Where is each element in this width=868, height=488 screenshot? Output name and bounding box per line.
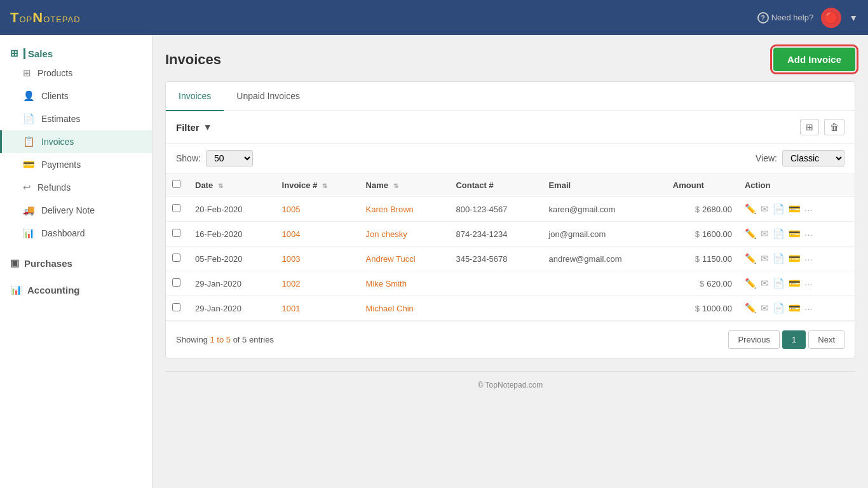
delivery-icon: 🚚 bbox=[23, 205, 35, 216]
row-invoice-num[interactable]: 1001 bbox=[276, 296, 360, 321]
row-invoice-num[interactable]: 1002 bbox=[276, 271, 360, 296]
edit-icon[interactable]: ✏️ bbox=[745, 253, 757, 264]
dollar-sign: $ bbox=[695, 304, 700, 313]
row-checkbox[interactable] bbox=[172, 303, 180, 311]
payment-icon[interactable]: 💳 bbox=[789, 302, 801, 314]
filter-actions: ⊞ 🗑 bbox=[800, 119, 844, 135]
view-select[interactable]: Classic Modern bbox=[782, 150, 844, 166]
row-actions: ✏️ ✉ 📄 💳 ··· bbox=[738, 247, 855, 271]
sidebar-item-delivery-note[interactable]: 🚚 Delivery Note bbox=[0, 199, 152, 222]
pdf-icon[interactable]: 📄 bbox=[773, 203, 785, 215]
sidebar-item-label: Payments bbox=[41, 159, 81, 170]
col-contact[interactable]: Contact # bbox=[449, 173, 542, 197]
col-amount[interactable]: Amount bbox=[667, 173, 738, 197]
view-control: View: Classic Modern bbox=[756, 150, 844, 166]
payment-icon[interactable]: 💳 bbox=[789, 228, 801, 240]
show-control: Show: 10 25 50 100 bbox=[176, 150, 253, 166]
accounting-group[interactable]: 📊 Accounting bbox=[0, 276, 152, 303]
sidebar-item-label: Refunds bbox=[37, 182, 71, 193]
email-icon[interactable]: ✉ bbox=[761, 253, 769, 264]
row-checkbox[interactable] bbox=[172, 254, 180, 262]
row-name[interactable]: Mike Smith bbox=[360, 271, 450, 296]
sidebar-item-label: Invoices bbox=[41, 137, 74, 147]
select-all-col bbox=[166, 173, 189, 197]
row-checkbox[interactable] bbox=[172, 204, 180, 212]
row-invoice-num[interactable]: 1003 bbox=[276, 247, 360, 271]
row-checkbox-cell bbox=[166, 296, 189, 321]
select-all-checkbox[interactable] bbox=[172, 180, 180, 188]
row-checkbox[interactable] bbox=[172, 278, 180, 287]
date-sort-icon: ⇅ bbox=[218, 182, 223, 189]
sidebar-item-payments[interactable]: 💳 Payments bbox=[0, 153, 152, 176]
row-name[interactable]: Karen Brown bbox=[360, 197, 450, 222]
edit-icon[interactable]: ✏️ bbox=[745, 302, 757, 314]
payment-icon[interactable]: 💳 bbox=[789, 203, 801, 215]
purchases-group[interactable]: ▣ Purchases bbox=[0, 250, 152, 276]
show-select[interactable]: 10 25 50 100 bbox=[206, 150, 253, 166]
row-invoice-num[interactable]: 1004 bbox=[276, 222, 360, 247]
pdf-icon[interactable]: 📄 bbox=[773, 302, 785, 314]
accounting-label: Accounting bbox=[27, 285, 80, 295]
email-icon[interactable]: ✉ bbox=[761, 203, 769, 215]
header: TOPNOTEPAD ? Need help? 🔴 ▼ bbox=[0, 0, 868, 35]
sidebar-item-clients[interactable]: 👤 Clients bbox=[0, 85, 152, 107]
email-icon[interactable]: ✉ bbox=[761, 302, 769, 314]
view-label: View: bbox=[756, 153, 777, 163]
sales-group[interactable]: ⊞ Sales bbox=[0, 40, 152, 62]
more-icon[interactable]: ··· bbox=[804, 278, 813, 289]
prev-page-button[interactable]: Previous bbox=[728, 330, 780, 349]
email-icon[interactable]: ✉ bbox=[761, 278, 769, 289]
row-contact bbox=[449, 271, 542, 296]
pdf-icon[interactable]: 📄 bbox=[773, 228, 785, 240]
col-invoice-num[interactable]: Invoice # ⇅ bbox=[276, 173, 360, 197]
row-checkbox[interactable] bbox=[172, 229, 180, 237]
tab-unpaid-invoices[interactable]: Unpaid Invoices bbox=[224, 82, 313, 111]
edit-icon[interactable]: ✏️ bbox=[745, 228, 757, 240]
more-icon[interactable]: ··· bbox=[804, 303, 813, 314]
avatar-dropdown-icon[interactable]: ▼ bbox=[849, 13, 858, 23]
help-icon: ? bbox=[757, 12, 769, 24]
row-invoice-num[interactable]: 1005 bbox=[276, 197, 360, 222]
sidebar-item-estimates[interactable]: 📄 Estimates bbox=[0, 107, 152, 130]
col-email[interactable]: Email bbox=[542, 173, 666, 197]
show-label: Show: bbox=[176, 153, 201, 163]
email-icon[interactable]: ✉ bbox=[761, 228, 769, 240]
need-help-label: Need help? bbox=[771, 13, 814, 22]
row-amount: $1150.00 bbox=[667, 247, 738, 271]
sidebar-item-dashboard[interactable]: 📊 Dashboard bbox=[0, 222, 152, 245]
tab-invoices[interactable]: Invoices bbox=[166, 82, 224, 111]
invoice-sort-icon: ⇅ bbox=[322, 182, 327, 189]
row-name[interactable]: Michael Chin bbox=[360, 296, 450, 321]
edit-icon[interactable]: ✏️ bbox=[745, 203, 757, 215]
dollar-sign: $ bbox=[695, 205, 700, 214]
payment-icon[interactable]: 💳 bbox=[789, 278, 801, 289]
delete-button[interactable]: 🗑 bbox=[824, 119, 844, 135]
export-button[interactable]: ⊞ bbox=[800, 119, 819, 135]
col-date[interactable]: Date ⇅ bbox=[189, 173, 276, 197]
more-icon[interactable]: ··· bbox=[804, 229, 813, 240]
sidebar-item-refunds[interactable]: ↩ Refunds bbox=[0, 176, 152, 199]
more-icon[interactable]: ··· bbox=[804, 204, 813, 215]
add-invoice-button[interactable]: Add Invoice bbox=[773, 48, 855, 71]
row-name[interactable]: Jon chesky bbox=[360, 222, 450, 247]
more-icon[interactable]: ··· bbox=[804, 254, 813, 264]
row-name[interactable]: Andrew Tucci bbox=[360, 247, 450, 271]
edit-icon[interactable]: ✏️ bbox=[745, 278, 757, 289]
page-1-button[interactable]: 1 bbox=[782, 330, 806, 349]
row-checkbox-cell bbox=[166, 222, 189, 247]
pdf-icon[interactable]: 📄 bbox=[773, 253, 785, 264]
pagination-bar: Showing 1 to 5 of 5 entries Previous 1 N… bbox=[166, 321, 855, 358]
col-name[interactable]: Name ⇅ bbox=[360, 173, 450, 197]
name-sort-icon: ⇅ bbox=[393, 182, 398, 189]
sidebar-item-products[interactable]: ⊞ Products bbox=[0, 62, 152, 85]
table-row: 16-Feb-2020 1004 Jon chesky 874-234-1234… bbox=[166, 222, 855, 247]
row-contact: 345-234-5678 bbox=[449, 247, 542, 271]
need-help-button[interactable]: ? Need help? bbox=[757, 12, 814, 24]
payment-icon[interactable]: 💳 bbox=[789, 253, 801, 264]
dollar-sign: $ bbox=[695, 229, 700, 239]
invoices-card: Invoices Unpaid Invoices Filter ▼ ⊞ 🗑 bbox=[165, 81, 855, 358]
sidebar-item-invoices[interactable]: 📋 Invoices bbox=[0, 130, 152, 153]
next-page-button[interactable]: Next bbox=[808, 330, 844, 349]
user-avatar[interactable]: 🔴 bbox=[821, 8, 841, 28]
pdf-icon[interactable]: 📄 bbox=[773, 278, 785, 289]
